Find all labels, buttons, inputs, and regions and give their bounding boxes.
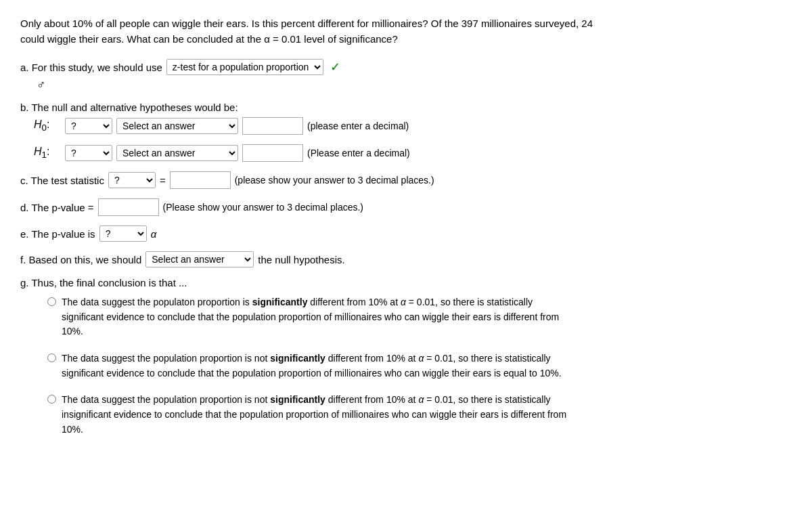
section-d-row: d. The p-value = (Please show your answe… — [20, 198, 792, 216]
h0-value-input[interactable] — [242, 117, 303, 135]
h1-answer-select[interactable]: Select an answer p μ p₀ — [116, 145, 238, 161]
checkmark-icon: ✓ — [330, 60, 340, 74]
equals-sign: = — [160, 175, 166, 186]
conclusion-radio-1[interactable] — [47, 297, 56, 306]
h0-answer-select[interactable]: Select an answer p μ p₀ — [116, 118, 238, 134]
section-c: c. The test statistic ? z t χ² = (please… — [20, 171, 792, 189]
section-c-hint: (please show your answer to 3 decimal pl… — [235, 175, 434, 186]
section-c-label: c. The test statistic — [20, 175, 104, 186]
section-e: e. The p-value is ? < > = α — [20, 225, 792, 242]
conclusion-option-2: The data suggest the population proporti… — [47, 351, 575, 381]
h1-comparator-select[interactable]: ? = ≠ < > ≤ ≥ — [65, 145, 112, 161]
test-type-select[interactable]: z-test for a population proportion t-tes… — [166, 59, 323, 75]
section-d-label: d. The p-value = — [20, 202, 94, 213]
h1-row: H1: ? = ≠ < > ≤ ≥ Select an answer p μ p… — [34, 144, 792, 162]
test-statistic-type-select[interactable]: ? z t χ² — [108, 172, 156, 188]
h1-hint: (Please enter a decimal) — [307, 148, 410, 158]
reject-select[interactable]: Select an answer reject fail to reject a… — [145, 251, 254, 267]
conclusion-option-3: The data suggest the population proporti… — [47, 393, 575, 437]
conclusion-radio-3[interactable] — [47, 395, 56, 404]
h1-value-input[interactable] — [242, 144, 303, 162]
h1-label: H1: — [34, 146, 61, 160]
h0-label: H0: — [34, 118, 61, 133]
section-d: d. The p-value = (Please show your answe… — [20, 198, 792, 216]
section-c-row: c. The test statistic ? z t χ² = (please… — [20, 171, 792, 189]
h0-comparator-select[interactable]: ? = ≠ < > ≤ ≥ — [65, 118, 112, 134]
section-g: g. Thus, the final conclusion is that ..… — [20, 277, 792, 437]
conclusion-radio-2[interactable] — [47, 353, 56, 362]
section-a: a. For this study, we should use z-test … — [20, 59, 792, 92]
pvalue-input[interactable] — [98, 198, 159, 216]
pvalue-comparison-select[interactable]: ? < > = — [99, 225, 147, 242]
section-e-row: e. The p-value is ? < > = α — [20, 225, 792, 242]
h0-hint: (please enter a decimal) — [307, 121, 409, 131]
section-e-label: e. The p-value is — [20, 228, 95, 240]
conclusion-options: The data suggest the populaton proportio… — [20, 295, 792, 437]
gender-symbol: ♂ — [37, 78, 792, 92]
section-f: f. Based on this, we should Select an an… — [20, 251, 792, 267]
section-a-label: a. For this study, we should use — [20, 62, 162, 73]
h0-row: H0: ? = ≠ < > ≤ ≥ Select an answer p μ p… — [34, 117, 792, 135]
section-f-label-before: f. Based on this, we should — [20, 254, 141, 265]
section-g-label: g. Thus, the final conclusion is that ..… — [20, 277, 792, 288]
section-a-row: a. For this study, we should use z-test … — [20, 59, 792, 75]
conclusion-text-3: The data suggest the population proporti… — [62, 393, 575, 437]
section-b-label: b. The null and alternative hypotheses w… — [20, 102, 792, 113]
section-f-label-after: the null hypothesis. — [258, 254, 344, 265]
section-b: b. The null and alternative hypotheses w… — [20, 102, 792, 162]
alpha-symbol: α — [151, 228, 157, 240]
conclusion-text-2: The data suggest the population proporti… — [62, 351, 575, 381]
test-statistic-input[interactable] — [170, 171, 231, 189]
question-text: Only about 10% of all people can wiggle … — [20, 16, 602, 47]
section-f-row: f. Based on this, we should Select an an… — [20, 251, 792, 267]
conclusion-text-1: The data suggest the populaton proportio… — [62, 295, 575, 339]
section-d-hint: (Please show your answer to 3 decimal pl… — [163, 202, 363, 213]
conclusion-option-1: The data suggest the populaton proportio… — [47, 295, 575, 339]
